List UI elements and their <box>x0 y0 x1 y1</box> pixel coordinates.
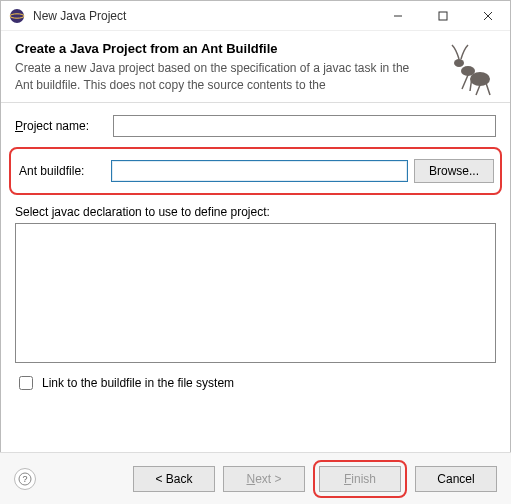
window-title: New Java Project <box>33 9 375 23</box>
javac-section-label: Select javac declaration to use to defin… <box>15 205 496 219</box>
wizard-banner: Create a Java Project from an Ant Buildf… <box>1 31 510 103</box>
link-buildfile-label: Link to the buildfile in the file system <box>42 376 234 390</box>
project-name-row: Project name: <box>15 115 496 137</box>
next-button[interactable]: Next > <box>223 466 305 492</box>
finish-highlight: Finish <box>313 460 407 498</box>
finish-button[interactable]: Finish <box>319 466 401 492</box>
svg-point-8 <box>454 59 464 67</box>
svg-point-0 <box>10 9 24 23</box>
cancel-button[interactable]: Cancel <box>415 466 497 492</box>
window-controls <box>375 1 510 31</box>
svg-rect-3 <box>439 12 447 20</box>
eclipse-icon <box>9 8 25 24</box>
wizard-content: Project name: Ant buildfile: Browse... S… <box>1 103 510 397</box>
project-name-label: Project name: <box>15 119 107 133</box>
minimize-button[interactable] <box>375 1 420 31</box>
banner-heading: Create a Java Project from an Ant Buildf… <box>15 41 496 56</box>
project-name-input[interactable] <box>113 115 496 137</box>
svg-text:?: ? <box>22 474 27 484</box>
maximize-button[interactable] <box>420 1 465 31</box>
ant-buildfile-label: Ant buildfile: <box>19 164 105 178</box>
wizard-footer: ? < Back Next > Finish Cancel <box>0 452 511 504</box>
close-button[interactable] <box>465 1 510 31</box>
svg-point-7 <box>461 66 475 76</box>
back-button[interactable]: < Back <box>133 466 215 492</box>
link-checkbox-row: Link to the buildfile in the file system <box>15 373 496 393</box>
ant-buildfile-input[interactable] <box>111 160 408 182</box>
banner-description: Create a new Java project based on the s… <box>15 60 415 94</box>
browse-button[interactable]: Browse... <box>414 159 494 183</box>
help-button[interactable]: ? <box>14 468 36 490</box>
titlebar: New Java Project <box>1 1 510 31</box>
ant-buildfile-row: Ant buildfile: Browse... <box>9 147 502 195</box>
ant-icon <box>440 37 500 97</box>
javac-declaration-list[interactable] <box>15 223 496 363</box>
link-buildfile-checkbox[interactable] <box>19 376 33 390</box>
